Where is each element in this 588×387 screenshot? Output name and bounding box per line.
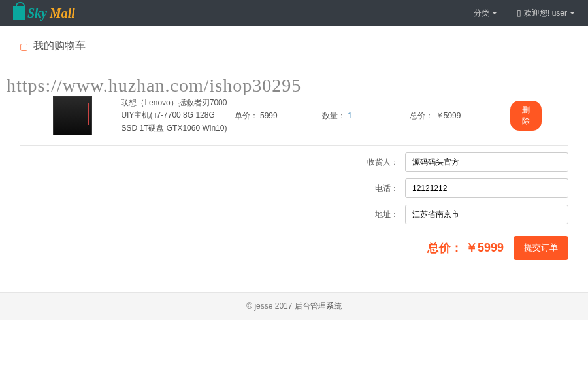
phone-row: 电话： bbox=[20, 178, 568, 198]
page-title-row: ▢ 我的购物车 bbox=[20, 39, 568, 53]
category-label: 分类 bbox=[474, 8, 489, 19]
phone-input[interactable] bbox=[405, 178, 568, 198]
cart-table: 联想（Lenovo）拯救者刃7000 UIY主机( i7-7700 8G 128… bbox=[20, 86, 568, 146]
line-total-label: 总价： bbox=[410, 111, 433, 120]
checkout-form: 收货人： 电话： 地址： bbox=[20, 152, 568, 224]
submit-order-button[interactable]: 提交订单 bbox=[514, 236, 568, 260]
bag-icon bbox=[13, 6, 25, 20]
action-cell: 删除 bbox=[510, 101, 555, 131]
delete-button[interactable]: 删除 bbox=[510, 101, 542, 131]
line-total-value: ￥5999 bbox=[436, 111, 461, 120]
cart-row: 联想（Lenovo）拯救者刃7000 UIY主机( i7-7700 8G 128… bbox=[20, 86, 568, 145]
address-input[interactable] bbox=[405, 205, 568, 224]
qty-value[interactable]: 1 bbox=[348, 111, 352, 120]
grand-total: 总价： ￥5999 bbox=[427, 240, 504, 256]
category-dropdown[interactable]: 分类 bbox=[474, 8, 497, 19]
recipient-label: 收货人： bbox=[359, 157, 399, 168]
recipient-input[interactable] bbox=[405, 152, 568, 172]
product-image-cell bbox=[33, 96, 121, 135]
logo[interactable]: SkyMall bbox=[13, 6, 75, 21]
line-total-cell: 总价： ￥5999 bbox=[410, 110, 510, 122]
navbar: SkyMall 分类 ▯ 欢迎您! user bbox=[0, 0, 588, 26]
qty-label: 数量： bbox=[322, 111, 346, 120]
product-name: 联想（Lenovo）拯救者刃7000 UIY主机( i7-7700 8G 128… bbox=[121, 97, 234, 135]
logo-text-2: Mall bbox=[50, 6, 75, 21]
user-dropdown[interactable]: ▯ 欢迎您! user bbox=[517, 8, 575, 19]
address-label: 地址： bbox=[359, 209, 399, 220]
price-label: 单价： bbox=[235, 111, 258, 120]
welcome-label: 欢迎您! user bbox=[524, 8, 567, 19]
copyright: © jesse 2017 bbox=[246, 301, 295, 311]
page-title: 我的购物车 bbox=[33, 39, 86, 53]
user-icon: ▯ bbox=[517, 8, 521, 18]
nav-right: 分类 ▯ 欢迎您! user bbox=[474, 8, 575, 19]
price-value: 5999 bbox=[260, 111, 278, 120]
logo-text-1: Sky bbox=[27, 6, 47, 21]
caret-down-icon bbox=[570, 12, 575, 14]
admin-link[interactable]: 后台管理系统 bbox=[295, 301, 342, 311]
footer: © jesse 2017 后台管理系统 bbox=[0, 292, 588, 320]
grand-total-label: 总价： bbox=[427, 241, 463, 254]
qty-cell: 数量： 1 bbox=[322, 110, 410, 122]
caret-down-icon bbox=[492, 12, 497, 14]
address-row: 地址： bbox=[20, 205, 568, 224]
phone-label: 电话： bbox=[359, 183, 399, 194]
main-container: ▢ 我的购物车 https://www.huzhan.com/ishop3029… bbox=[0, 26, 588, 273]
product-image[interactable] bbox=[53, 96, 92, 135]
grand-total-value: ￥5999 bbox=[466, 241, 504, 254]
price-cell: 单价： 5999 bbox=[235, 110, 322, 122]
recipient-row: 收货人： bbox=[20, 152, 568, 172]
cart-icon: ▢ bbox=[20, 41, 28, 52]
submit-row: 总价： ￥5999 提交订单 bbox=[20, 236, 568, 260]
